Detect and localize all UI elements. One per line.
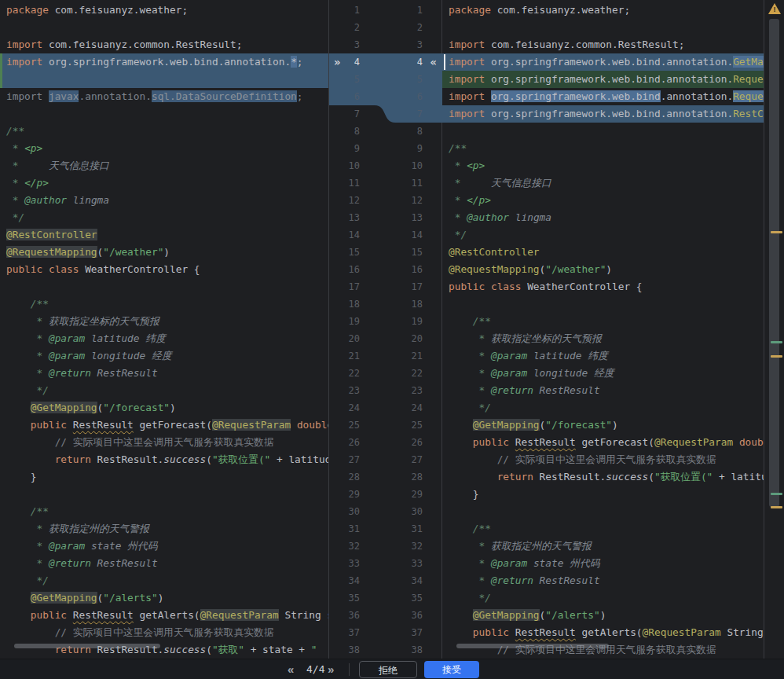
code-line[interactable]: import javax.annotation.sql.DataSourceDe… bbox=[0, 88, 328, 105]
code-line[interactable]: import org.springframework.web.bind.anno… bbox=[0, 53, 328, 71]
diff-pane-modified[interactable]: package com.feisuanyz.weather;import com… bbox=[442, 0, 764, 659]
code-line[interactable]: } bbox=[442, 486, 764, 503]
code-line[interactable]: /** bbox=[0, 123, 328, 140]
revert-change-left-icon[interactable]: « bbox=[430, 53, 437, 71]
code-line[interactable]: * 获取指定坐标的天气预报 bbox=[442, 330, 764, 347]
code-line[interactable]: import org.springframework.web.bind.anno… bbox=[442, 88, 764, 105]
code-line[interactable]: * <p> bbox=[0, 140, 328, 157]
code-line[interactable]: public RestResult getForecast(@RequestPa… bbox=[0, 417, 328, 434]
line-number-right: 38 bbox=[393, 641, 423, 659]
code-line[interactable]: * @param latitude 纬度 bbox=[0, 330, 328, 347]
left-horizontal-scrollbar[interactable] bbox=[14, 644, 160, 648]
code-line[interactable]: * @return RestResult bbox=[0, 365, 328, 382]
code-line[interactable]: public RestResult getAlerts(@RequestPara… bbox=[442, 624, 764, 641]
code-line[interactable] bbox=[442, 503, 764, 520]
code-line[interactable]: import org.springframework.web.bind.anno… bbox=[442, 105, 764, 123]
code-line[interactable]: * @param state 州代码 bbox=[0, 538, 328, 555]
code-line[interactable]: /** bbox=[0, 295, 328, 313]
code-line[interactable]: @GetMapping("/forecast") bbox=[442, 417, 764, 434]
line-number-right: 12 bbox=[393, 192, 423, 209]
code-line[interactable]: * @param latitude 纬度 bbox=[442, 347, 764, 365]
code-line[interactable]: @GetMapping("/alerts") bbox=[0, 589, 328, 607]
code-line[interactable]: @RestController bbox=[442, 244, 764, 261]
code-line[interactable]: */ bbox=[442, 589, 764, 607]
code-line[interactable]: * <p> bbox=[442, 157, 764, 174]
code-line[interactable]: * @author lingma bbox=[0, 192, 328, 209]
code-line[interactable]: // 实际项目中这里会调用天气服务获取真实数据 bbox=[442, 451, 764, 468]
code-line[interactable]: // 实际项目中这里会调用天气服务获取真实数据 bbox=[0, 624, 328, 641]
code-line[interactable]: public class WeatherController { bbox=[442, 278, 764, 295]
apply-change-right-icon[interactable]: » bbox=[334, 53, 340, 71]
code-line[interactable]: * @return RestResult bbox=[0, 555, 328, 572]
code-line[interactable] bbox=[0, 105, 328, 123]
line-number-right: 22 bbox=[393, 365, 423, 382]
code-line[interactable] bbox=[0, 19, 328, 36]
code-line[interactable]: * @return RestResult bbox=[442, 382, 764, 399]
code-line[interactable]: * 获取指定州的天气警报 bbox=[442, 538, 764, 555]
code-line[interactable]: public class WeatherController { bbox=[0, 261, 328, 278]
inspections-warning-icon[interactable]: ! bbox=[768, 3, 781, 14]
code-line[interactable]: /** bbox=[0, 503, 328, 520]
code-line[interactable] bbox=[0, 278, 328, 295]
code-line[interactable] bbox=[442, 295, 764, 313]
code-line[interactable]: // 实际项目中这里会调用天气服务获取真实数据 bbox=[0, 434, 328, 451]
code-line[interactable]: * 天气信息接口 bbox=[442, 174, 764, 192]
diff-pane-original[interactable]: package com.feisuanyz.weather;import com… bbox=[0, 0, 328, 659]
code-line[interactable]: @RestController bbox=[0, 226, 328, 244]
code-line[interactable]: * @return RestResult bbox=[442, 572, 764, 589]
next-diff-button[interactable]: » bbox=[328, 659, 334, 679]
right-horizontal-scrollbar[interactable] bbox=[456, 644, 609, 648]
code-line[interactable]: /** bbox=[442, 140, 764, 157]
code-line[interactable]: return RestResult.success("获取位置(" + lati… bbox=[442, 468, 764, 486]
code-line[interactable]: @GetMapping("/alerts") bbox=[442, 607, 764, 624]
line-number-left: 13 bbox=[330, 209, 360, 226]
reject-button[interactable]: 拒绝 bbox=[359, 661, 417, 678]
code-line[interactable] bbox=[442, 123, 764, 140]
code-line[interactable]: package com.feisuanyz.weather; bbox=[442, 2, 764, 19]
vertical-scrollbar-thumb[interactable] bbox=[769, 19, 779, 507]
code-line[interactable]: * </p> bbox=[442, 192, 764, 209]
text-caret bbox=[444, 54, 445, 70]
line-number-left: 21 bbox=[330, 347, 360, 365]
line-number-right: 19 bbox=[393, 313, 423, 330]
line-number-left: 1 bbox=[330, 2, 360, 19]
code-line[interactable]: * 获取指定坐标的天气预报 bbox=[0, 313, 328, 330]
accept-button[interactable]: 接受 bbox=[424, 661, 479, 678]
code-line[interactable]: public RestResult getAlerts(@RequestPara… bbox=[0, 607, 328, 624]
previous-diff-button[interactable]: « bbox=[288, 659, 294, 679]
code-line[interactable]: * @param longitude 经度 bbox=[0, 347, 328, 365]
code-line[interactable]: import com.feisuanyz.common.RestResult; bbox=[442, 36, 764, 53]
code-line[interactable]: */ bbox=[442, 399, 764, 417]
code-line[interactable]: * 获取指定州的天气警报 bbox=[0, 520, 328, 538]
code-line[interactable] bbox=[0, 486, 328, 503]
stripe-mark-warning bbox=[771, 506, 782, 508]
code-line[interactable]: @RequestMapping("/weather") bbox=[0, 244, 328, 261]
code-line[interactable]: } bbox=[0, 468, 328, 486]
code-line[interactable]: public RestResult getForecast(@RequestPa… bbox=[442, 434, 764, 451]
code-line[interactable] bbox=[0, 71, 328, 88]
stripe-mark-info bbox=[771, 493, 782, 495]
code-line[interactable]: import org.springframework.web.bind.anno… bbox=[442, 53, 764, 71]
code-line[interactable]: @GetMapping("/forecast") bbox=[0, 399, 328, 417]
code-line[interactable]: * 天气信息接口 bbox=[0, 157, 328, 174]
code-line[interactable]: return RestResult.success("获取位置(" + lati… bbox=[0, 451, 328, 468]
code-line[interactable]: */ bbox=[0, 209, 328, 226]
code-line[interactable]: /** bbox=[442, 520, 764, 538]
line-number-left: 22 bbox=[330, 365, 360, 382]
code-line[interactable]: * @author lingma bbox=[442, 209, 764, 226]
code-line[interactable]: @RequestMapping("/weather") bbox=[442, 261, 764, 278]
code-line[interactable]: package com.feisuanyz.weather; bbox=[0, 2, 328, 19]
code-line[interactable]: */ bbox=[0, 382, 328, 399]
code-line[interactable]: * </p> bbox=[0, 174, 328, 192]
code-line[interactable]: /** bbox=[442, 313, 764, 330]
code-line[interactable]: * @param state 州代码 bbox=[442, 555, 764, 572]
code-line[interactable]: * @param longitude 经度 bbox=[442, 365, 764, 382]
line-number-right: 20 bbox=[393, 330, 423, 347]
code-line[interactable]: import org.springframework.web.bind.anno… bbox=[442, 71, 764, 88]
code-line[interactable]: */ bbox=[0, 572, 328, 589]
line-number-right: 33 bbox=[393, 555, 423, 572]
code-line[interactable] bbox=[442, 19, 764, 36]
code-line[interactable]: */ bbox=[442, 226, 764, 244]
code-line[interactable]: import com.feisuanyz.common.RestResult; bbox=[0, 36, 328, 53]
line-number-left: 9 bbox=[330, 140, 360, 157]
